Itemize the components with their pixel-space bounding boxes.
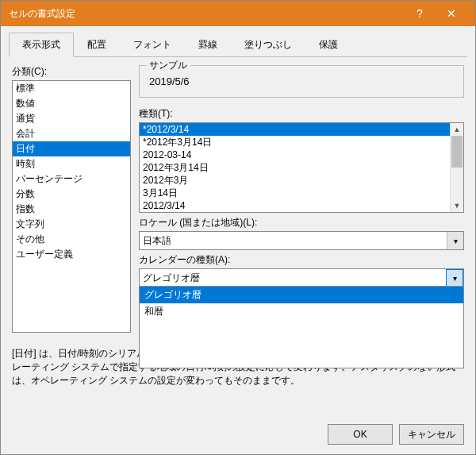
- dropdown-item[interactable]: 和暦: [140, 303, 463, 320]
- list-item[interactable]: その他: [13, 232, 130, 247]
- tab-fill[interactable]: 塗りつぶし: [231, 33, 305, 56]
- list-item[interactable]: ユーザー定義: [13, 247, 130, 262]
- calendar-value: グレゴリオ暦: [143, 272, 200, 285]
- list-item[interactable]: 2012年3月: [140, 174, 451, 187]
- locale-value: 日本語: [143, 234, 171, 248]
- cancel-button[interactable]: キャンセル: [399, 424, 464, 445]
- tab-strip: 表示形式 配置 フォント 罫線 塗りつぶし 保護: [9, 33, 467, 57]
- list-item[interactable]: 文字列: [13, 217, 130, 232]
- scroll-down-icon[interactable]: ▼: [451, 199, 463, 212]
- type-listbox[interactable]: *2012/3/14 *2012年3月14日 2012-03-14 2012年3…: [139, 122, 464, 213]
- locale-label: ロケール (国または地域)(L):: [139, 216, 464, 229]
- scroll-up-icon[interactable]: ▲: [451, 123, 463, 136]
- category-listbox[interactable]: 標準 数値 通貨 会計 日付 時刻 パーセンテージ 分数 指数 文字列 その他 …: [12, 80, 131, 333]
- list-item[interactable]: 時刻: [13, 156, 130, 172]
- scroll-thumb[interactable]: [451, 136, 463, 168]
- tab-font[interactable]: フォント: [120, 33, 185, 56]
- close-button[interactable]: ✕: [436, 1, 467, 26]
- list-item[interactable]: 分数: [13, 187, 130, 202]
- list-item[interactable]: 2012/3/14: [140, 199, 451, 212]
- list-item[interactable]: *2012/3/14: [140, 123, 451, 136]
- button-row: OK キャンセル: [1, 415, 475, 454]
- list-item[interactable]: 2012-03-14: [140, 148, 451, 161]
- sample-value: 2019/5/6: [146, 72, 457, 91]
- chevron-down-icon[interactable]: ▾: [447, 232, 463, 249]
- tab-number-format[interactable]: 表示形式: [9, 33, 74, 57]
- list-item[interactable]: 2012年3月14日: [140, 161, 451, 174]
- list-item[interactable]: 指数: [13, 202, 130, 217]
- sample-group: サンプル 2019/5/6: [139, 65, 464, 98]
- calendar-label: カレンダーの種類(A):: [139, 253, 464, 267]
- list-item[interactable]: 日付: [13, 141, 130, 156]
- type-label: 種類(T):: [139, 107, 464, 121]
- list-item[interactable]: *2012年3月14日: [140, 136, 451, 148]
- list-item[interactable]: 数値: [13, 96, 130, 111]
- sample-label: サンプル: [146, 59, 190, 72]
- locale-select[interactable]: 日本語 ▾: [139, 231, 464, 250]
- dialog-window: セルの書式設定 ? ✕ 表示形式 配置 フォント 罫線 塗りつぶし 保護 分類(…: [0, 0, 476, 455]
- tab-protection[interactable]: 保護: [305, 33, 351, 56]
- tab-alignment[interactable]: 配置: [74, 33, 120, 56]
- category-label: 分類(C):: [12, 65, 131, 79]
- list-item[interactable]: 会計: [13, 126, 130, 141]
- list-item[interactable]: パーセンテージ: [13, 172, 130, 187]
- ok-button[interactable]: OK: [328, 424, 393, 445]
- calendar-dropdown-list: グレゴリオ暦 和暦: [139, 286, 464, 368]
- list-item[interactable]: 3月14日: [140, 187, 451, 199]
- dropdown-item[interactable]: グレゴリオ暦: [140, 287, 463, 303]
- list-item[interactable]: 通貨: [13, 111, 130, 126]
- chevron-down-icon[interactable]: ▾: [446, 269, 463, 287]
- titlebar: セルの書式設定 ? ✕: [1, 1, 475, 26]
- calendar-select[interactable]: グレゴリオ暦 ▾: [139, 268, 464, 287]
- window-title: セルの書式設定: [9, 7, 404, 21]
- scrollbar[interactable]: ▲ ▼: [450, 123, 463, 212]
- tab-border[interactable]: 罫線: [185, 33, 231, 56]
- list-item[interactable]: 標準: [13, 81, 130, 96]
- help-button[interactable]: ?: [404, 1, 436, 26]
- content-area: 分類(C): 標準 数値 通貨 会計 日付 時刻 パーセンテージ 分数 指数 文…: [1, 57, 475, 415]
- calendar-dropdown: グレゴリオ暦 ▾ グレゴリオ暦 和暦: [139, 268, 464, 287]
